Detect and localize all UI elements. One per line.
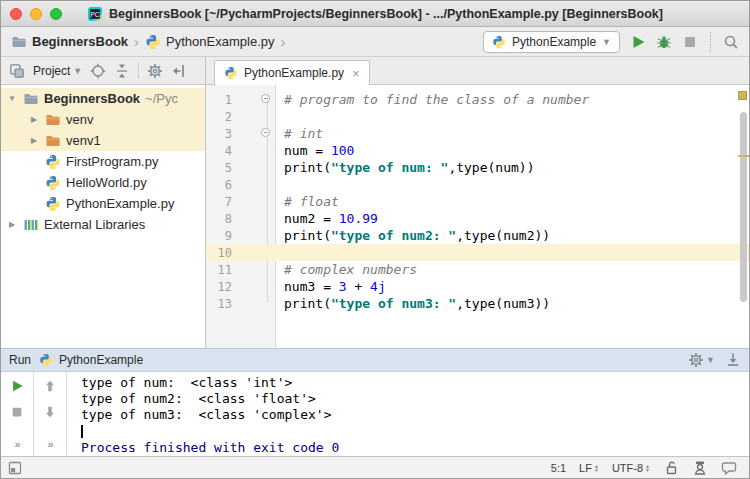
console-line: [81, 424, 749, 440]
line-number: 9: [206, 229, 236, 243]
collapse-arrow-icon[interactable]: ▶: [28, 136, 40, 145]
tree-item-beginnersbook[interactable]: ▼BeginnersBook~/Pyc: [1, 88, 205, 109]
project-panel-title[interactable]: Project ▼: [33, 64, 82, 78]
code-line-2[interactable]: 2: [206, 108, 749, 125]
console-line: type of num3: <class 'complex'>: [81, 407, 749, 423]
tree-item-pythonexample-py[interactable]: PythonExample.py: [1, 193, 205, 214]
python-file-icon: [45, 154, 61, 170]
code-text: num3 = 3 + 4j: [276, 279, 386, 294]
folder-icon: [11, 34, 27, 50]
collapse-arrow-icon[interactable]: ▶: [6, 220, 18, 229]
status-bar: 5:1 LF ▲▼ UTF-8 ▲▼: [1, 456, 749, 479]
breadcrumb-item[interactable]: PythonExample.py: [145, 34, 274, 50]
inspection-status-marker: [738, 91, 747, 100]
event-log-icon[interactable]: [721, 460, 737, 476]
line-number: 11: [206, 263, 236, 277]
chevron-down-icon: ▼: [706, 355, 715, 365]
code-line-13[interactable]: 13print("type of num3: ",type(num3)): [206, 295, 749, 312]
debug-button[interactable]: [656, 34, 672, 50]
run-settings-gear-button[interactable]: [688, 352, 704, 368]
search-everywhere-button[interactable]: [723, 34, 739, 50]
stop-button[interactable]: [682, 34, 698, 50]
tree-item-external-libraries[interactable]: ▶External Libraries: [1, 214, 205, 235]
line-separator-widget[interactable]: LF ▲▼: [579, 462, 599, 474]
run-toolbar-column-2: »: [34, 372, 67, 456]
python-file-icon: [492, 35, 506, 49]
window-title: BeginnersBook [~/PycharmProjects/Beginne…: [109, 7, 663, 21]
collapse-arrow-icon[interactable]: ▶: [28, 115, 40, 124]
folder-icon: [23, 91, 39, 107]
stop-process-button[interactable]: [10, 405, 24, 419]
tree-item-helloworld-py[interactable]: HelloWorld.py: [1, 172, 205, 193]
console-line: type of num2: <class 'float'>: [81, 391, 749, 407]
code-text: num2 = 10.99: [276, 211, 378, 226]
code-line-5[interactable]: 5print("type of num: ",type(num)): [206, 159, 749, 176]
line-number: 10: [206, 246, 236, 260]
python-file-icon: [45, 175, 61, 191]
run-button[interactable]: [630, 34, 646, 50]
title-bar: PC BeginnersBook [~/PycharmProjects/Begi…: [1, 1, 749, 27]
run-toolbar-column-1: »: [1, 372, 34, 456]
code-line-8[interactable]: 8num2 = 10.99: [206, 210, 749, 227]
fold-region-icon[interactable]: [261, 128, 270, 137]
settings-gear-button[interactable]: [147, 63, 163, 79]
fold-column: [260, 142, 276, 159]
project-tree: ▼BeginnersBook~/Pyc▶venv▶venv1FirstProgr…: [1, 85, 206, 348]
code-line-4[interactable]: 4num = 100: [206, 142, 749, 159]
breadcrumb-item[interactable]: BeginnersBook: [11, 34, 128, 50]
unlock-icon[interactable]: [663, 460, 679, 476]
console-output[interactable]: type of num: <class 'int'>type of num2: …: [67, 372, 749, 456]
fold-column: [260, 193, 276, 210]
code-line-7[interactable]: 7# float: [206, 193, 749, 210]
project-tool-icon: [9, 63, 25, 79]
code-line-6[interactable]: 6: [206, 176, 749, 193]
code-line-11[interactable]: 11# complex numbers: [206, 261, 749, 278]
toolwindow-toggle-button[interactable]: [7, 460, 23, 476]
code-editor[interactable]: 1# program to find the class of a number…: [206, 85, 749, 348]
scrollbar-mark: [738, 155, 749, 157]
up-stacktrace-button[interactable]: [43, 379, 57, 393]
overflow-chevrons-icon[interactable]: »: [47, 438, 52, 450]
run-tab-label: PythonExample: [59, 353, 143, 367]
line-number: 5: [206, 161, 236, 175]
console-line: Process finished with exit code 0: [81, 440, 749, 456]
editor-scrollbar[interactable]: [740, 112, 747, 302]
code-line-12[interactable]: 12num3 = 3 + 4j: [206, 278, 749, 295]
run-configuration-select[interactable]: PythonExample ▼: [483, 31, 620, 53]
collapse-all-button[interactable]: [114, 63, 130, 79]
code-line-10[interactable]: 10: [206, 244, 749, 261]
rerun-button[interactable]: [10, 379, 24, 393]
folder-icon: [45, 133, 61, 149]
inspector-icon[interactable]: [692, 460, 708, 476]
fold-region-icon[interactable]: [261, 94, 270, 103]
caret-position-widget[interactable]: 5:1: [551, 462, 566, 474]
code-line-1[interactable]: 1# program to find the class of a number: [206, 91, 749, 108]
down-stacktrace-button[interactable]: [43, 405, 57, 419]
code-line-9[interactable]: 9print("type of num2: ",type(num2)): [206, 227, 749, 244]
tree-item-venv[interactable]: ▶venv: [1, 109, 205, 130]
fold-column: [260, 176, 276, 193]
tree-item-venv1[interactable]: ▶venv1: [1, 130, 205, 151]
fold-column: [260, 210, 276, 227]
hide-panel-button[interactable]: [171, 63, 187, 79]
expand-arrow-icon[interactable]: ▼: [6, 94, 18, 103]
python-file-icon: [224, 66, 238, 80]
encoding-widget[interactable]: UTF-8 ▲▼: [612, 462, 650, 474]
tree-item-firstprogram-py[interactable]: FirstProgram.py: [1, 151, 205, 172]
tab-pythonexample[interactable]: PythonExample.py ×: [214, 60, 370, 85]
run-configuration-label: PythonExample: [512, 35, 596, 49]
overflow-chevrons-icon[interactable]: »: [14, 438, 19, 450]
toolbar-separator: [710, 32, 711, 52]
hide-run-panel-button[interactable]: [725, 352, 741, 368]
locate-button[interactable]: [90, 63, 106, 79]
run-tab-pythonexample[interactable]: PythonExample: [39, 353, 143, 367]
tree-item-label: HelloWorld.py: [66, 175, 147, 190]
tree-item-path: ~/Pyc: [145, 91, 178, 106]
close-tab-icon[interactable]: ×: [352, 66, 360, 81]
code-lines: 1# program to find the class of a number…: [206, 91, 749, 312]
code-line-3[interactable]: 3# int: [206, 125, 749, 142]
code-text: num = 100: [276, 143, 354, 158]
fold-column: [260, 91, 276, 108]
console-caret: [81, 425, 83, 438]
fold-column: [260, 159, 276, 176]
